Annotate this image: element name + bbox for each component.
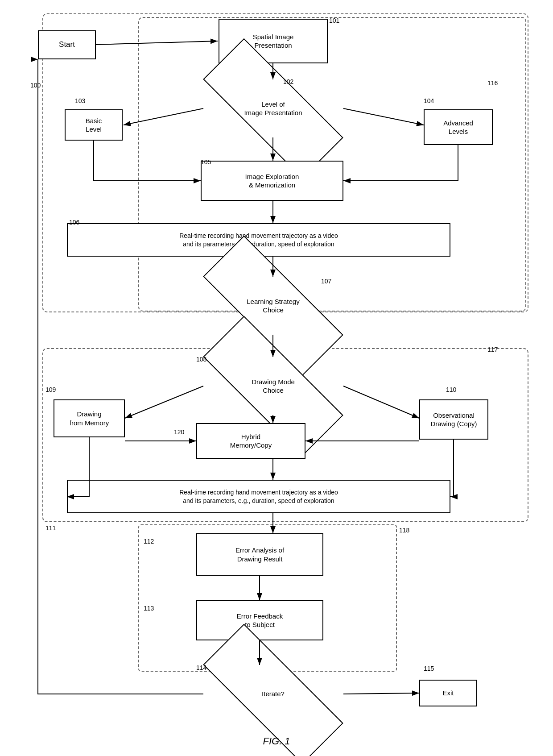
ref-111: 111 [45,524,56,532]
obs-drawing-box: Observational Drawing (Copy) [419,399,488,440]
fig-label: FIG. 1 [263,735,290,747]
ref-100: 100 [30,82,41,89]
exit-box: Exit [419,680,477,706]
ref-120: 120 [174,428,184,436]
ref-117: 117 [487,346,498,353]
drawing-mode-diamond: Drawing ModeChoice [203,357,343,415]
ref-110: 110 [446,386,456,393]
ref-109: 109 [45,386,56,393]
spatial-label: Spatial Image Presentation [253,33,294,50]
drawing-mode-diamond-text: Drawing ModeChoice [252,378,295,395]
drawing-memory-label: Drawing from Memory [70,410,109,427]
ref-107: 107 [321,278,331,285]
hybrid-label: Hybrid Memory/Copy [230,432,272,450]
realtime1-label: Real-time recording hand movement trajec… [179,232,338,248]
iterate-diamond-text: Iterate? [262,690,285,698]
start-box: Start [38,30,96,59]
image-exp-label: Image Exploration & Memorization [245,172,299,190]
basic-label: Basic Level [86,116,102,134]
ref-112: 112 [144,538,154,545]
ref-106: 106 [69,219,79,226]
learning-diamond: Learning StrategyChoice [203,277,343,335]
error-analysis-label: Error Analysis of Drawing Result [235,546,284,563]
realtime2-box: Real-time recording hand movement trajec… [67,480,450,513]
ref-116: 116 [487,79,498,87]
svg-line-19 [343,693,419,694]
ref-102: 102 [283,78,293,85]
ref-103: 103 [75,97,85,104]
exit-label: Exit [442,689,454,698]
advanced-box: Advanced Levels [424,109,493,145]
hybrid-box: Hybrid Memory/Copy [196,423,305,459]
image-exp-box: Image Exploration & Memorization [201,161,343,201]
basic-box: Basic Level [65,109,123,141]
ref-104: 104 [424,97,434,104]
level-diamond-text: Level ofImage Presentation [244,100,302,117]
ref-101: 101 [329,17,339,24]
drawing-memory-box: Drawing from Memory [54,399,125,437]
ref-114: 114 [196,664,206,671]
learning-diamond-text: Learning StrategyChoice [247,297,299,315]
iterate-diamond: Iterate? [203,665,343,723]
error-feedback-box: Error Feedback to Subject [196,600,323,640]
ref-115: 115 [424,665,434,672]
realtime2-label: Real-time recording hand movement trajec… [179,488,338,504]
error-analysis-box: Error Analysis of Drawing Result [196,533,323,576]
ref-118: 118 [399,527,409,534]
start-label: Start [59,40,75,50]
ref-105: 105 [201,158,211,166]
ref-108: 108 [196,356,206,363]
advanced-label: Advanced Levels [443,119,473,136]
level-diamond: Level ofImage Presentation [203,79,343,137]
obs-drawing-label: Observational Drawing (Copy) [430,411,477,428]
ref-113: 113 [144,605,154,612]
